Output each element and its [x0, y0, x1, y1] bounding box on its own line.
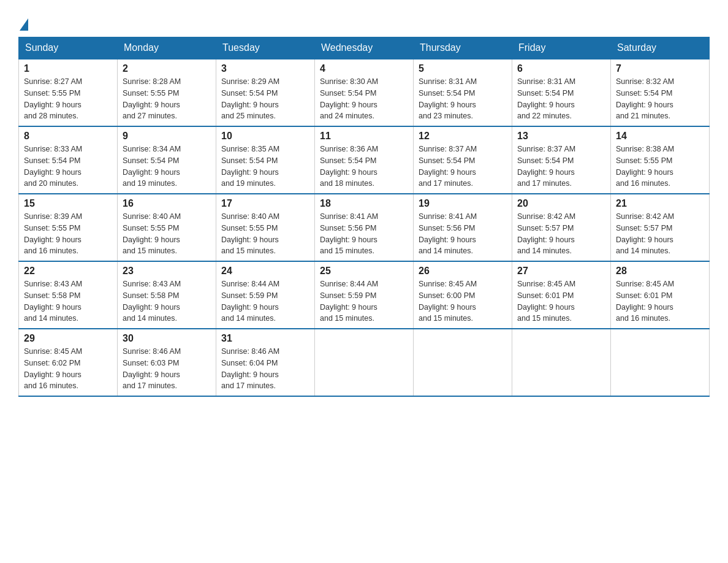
sunset-label: Sunset: 5:55 PM [123, 89, 179, 98]
day-number: 16 [123, 198, 211, 209]
sunset-label: Sunset: 5:54 PM [419, 156, 475, 165]
day-info: Sunrise: 8:46 AM Sunset: 6:04 PM Dayligh… [221, 346, 309, 392]
daylight-minutes: and 15 minutes. [419, 314, 473, 323]
calendar-cell: 11 Sunrise: 8:36 AM Sunset: 5:54 PM Dayl… [315, 126, 414, 194]
day-number: 27 [517, 266, 605, 277]
sunset-label: Sunset: 5:54 PM [221, 156, 278, 165]
sunrise-label: Sunrise: 8:46 AM [221, 347, 279, 356]
sunset-label: Sunset: 5:58 PM [24, 291, 80, 300]
weekday-header-saturday: Saturday [611, 37, 710, 59]
sunrise-label: Sunrise: 8:38 AM [616, 145, 674, 153]
sunrise-label: Sunrise: 8:46 AM [123, 347, 181, 356]
sunrise-label: Sunrise: 8:32 AM [616, 77, 674, 86]
day-info: Sunrise: 8:36 AM Sunset: 5:54 PM Dayligh… [320, 144, 408, 190]
sunrise-label: Sunrise: 8:42 AM [517, 212, 575, 221]
calendar-cell: 4 Sunrise: 8:30 AM Sunset: 5:54 PM Dayli… [315, 59, 414, 126]
sunset-label: Sunset: 5:59 PM [221, 291, 278, 300]
day-info: Sunrise: 8:29 AM Sunset: 5:54 PM Dayligh… [221, 76, 309, 122]
sunset-label: Sunset: 6:04 PM [221, 359, 278, 367]
calendar-cell: 14 Sunrise: 8:38 AM Sunset: 5:55 PM Dayl… [611, 126, 710, 194]
sunset-label: Sunset: 5:54 PM [419, 89, 475, 98]
day-info: Sunrise: 8:31 AM Sunset: 5:54 PM Dayligh… [517, 76, 605, 122]
daylight-label: Daylight: 9 hours [221, 168, 279, 177]
day-info: Sunrise: 8:42 AM Sunset: 5:57 PM Dayligh… [517, 211, 605, 257]
day-number: 11 [320, 131, 408, 142]
calendar-week-row-2: 8 Sunrise: 8:33 AM Sunset: 5:54 PM Dayli… [19, 126, 710, 194]
calendar-cell: 21 Sunrise: 8:42 AM Sunset: 5:57 PM Dayl… [611, 194, 710, 261]
daylight-label: Daylight: 9 hours [123, 370, 180, 379]
daylight-label: Daylight: 9 hours [24, 168, 82, 177]
daylight-label: Daylight: 9 hours [24, 370, 82, 379]
daylight-minutes: and 15 minutes. [221, 247, 276, 255]
sunrise-label: Sunrise: 8:36 AM [320, 145, 378, 153]
sunset-label: Sunset: 5:59 PM [320, 291, 376, 300]
day-info: Sunrise: 8:44 AM Sunset: 5:59 PM Dayligh… [320, 278, 408, 324]
day-number: 1 [24, 63, 112, 74]
daylight-minutes: and 15 minutes. [320, 314, 374, 323]
daylight-label: Daylight: 9 hours [517, 236, 575, 244]
daylight-minutes: and 16 minutes. [24, 247, 78, 255]
sunset-label: Sunset: 5:54 PM [221, 89, 278, 98]
sunrise-label: Sunrise: 8:44 AM [221, 280, 279, 288]
daylight-minutes: and 14 minutes. [221, 314, 276, 323]
day-number: 9 [123, 131, 211, 142]
weekday-header-wednesday: Wednesday [315, 37, 414, 59]
sunrise-label: Sunrise: 8:44 AM [320, 280, 378, 288]
weekday-header-sunday: Sunday [19, 37, 118, 59]
day-info: Sunrise: 8:46 AM Sunset: 6:03 PM Dayligh… [123, 346, 211, 392]
daylight-minutes: and 14 minutes. [517, 247, 572, 255]
sunrise-label: Sunrise: 8:45 AM [517, 280, 575, 288]
daylight-label: Daylight: 9 hours [24, 236, 82, 244]
sunrise-label: Sunrise: 8:28 AM [123, 77, 181, 86]
calendar-cell: 9 Sunrise: 8:34 AM Sunset: 5:54 PM Dayli… [118, 126, 216, 194]
day-info: Sunrise: 8:38 AM Sunset: 5:55 PM Dayligh… [616, 144, 704, 190]
day-number: 3 [221, 63, 309, 74]
sunset-label: Sunset: 5:54 PM [517, 89, 574, 98]
day-number: 4 [320, 63, 408, 74]
daylight-label: Daylight: 9 hours [616, 303, 673, 312]
calendar-cell [512, 329, 611, 396]
sunrise-label: Sunrise: 8:34 AM [123, 145, 181, 153]
calendar-cell: 15 Sunrise: 8:39 AM Sunset: 5:55 PM Dayl… [19, 194, 118, 261]
sunrise-label: Sunrise: 8:41 AM [419, 212, 477, 221]
sunset-label: Sunset: 5:57 PM [616, 224, 672, 232]
daylight-minutes: and 14 minutes. [616, 247, 670, 255]
day-info: Sunrise: 8:43 AM Sunset: 5:58 PM Dayligh… [24, 278, 112, 324]
day-number: 6 [517, 63, 605, 74]
daylight-minutes: and 16 minutes. [616, 179, 670, 188]
calendar-cell: 25 Sunrise: 8:44 AM Sunset: 5:59 PM Dayl… [315, 261, 414, 329]
daylight-label: Daylight: 9 hours [616, 101, 673, 109]
daylight-label: Daylight: 9 hours [123, 303, 180, 312]
calendar-cell: 6 Sunrise: 8:31 AM Sunset: 5:54 PM Dayli… [512, 59, 611, 126]
sunrise-label: Sunrise: 8:39 AM [24, 212, 82, 221]
daylight-label: Daylight: 9 hours [419, 168, 476, 177]
day-number: 10 [221, 131, 309, 142]
day-number: 22 [24, 266, 112, 277]
daylight-minutes: and 28 minutes. [24, 112, 78, 120]
calendar-cell: 27 Sunrise: 8:45 AM Sunset: 6:01 PM Dayl… [512, 261, 611, 329]
sunset-label: Sunset: 5:56 PM [419, 224, 475, 232]
day-info: Sunrise: 8:28 AM Sunset: 5:55 PM Dayligh… [123, 76, 211, 122]
day-number: 8 [24, 131, 112, 142]
sunset-label: Sunset: 6:02 PM [24, 359, 80, 367]
logo-triangle-icon [20, 18, 28, 31]
sunrise-label: Sunrise: 8:43 AM [24, 280, 82, 288]
weekday-header-tuesday: Tuesday [216, 37, 315, 59]
sunset-label: Sunset: 5:54 PM [616, 89, 672, 98]
calendar-cell: 13 Sunrise: 8:37 AM Sunset: 5:54 PM Dayl… [512, 126, 611, 194]
calendar-body: 1 Sunrise: 8:27 AM Sunset: 5:55 PM Dayli… [19, 59, 710, 396]
daylight-label: Daylight: 9 hours [123, 101, 180, 109]
sunrise-label: Sunrise: 8:31 AM [419, 77, 477, 86]
day-number: 23 [123, 266, 211, 277]
calendar-cell: 8 Sunrise: 8:33 AM Sunset: 5:54 PM Dayli… [19, 126, 118, 194]
daylight-minutes: and 18 minutes. [320, 179, 374, 188]
daylight-label: Daylight: 9 hours [221, 101, 279, 109]
calendar-cell: 10 Sunrise: 8:35 AM Sunset: 5:54 PM Dayl… [216, 126, 315, 194]
calendar-cell: 16 Sunrise: 8:40 AM Sunset: 5:55 PM Dayl… [118, 194, 216, 261]
sunrise-label: Sunrise: 8:35 AM [221, 145, 279, 153]
day-info: Sunrise: 8:40 AM Sunset: 5:55 PM Dayligh… [221, 211, 309, 257]
sunrise-label: Sunrise: 8:40 AM [221, 212, 279, 221]
sunrise-label: Sunrise: 8:45 AM [616, 280, 674, 288]
day-info: Sunrise: 8:35 AM Sunset: 5:54 PM Dayligh… [221, 144, 309, 190]
daylight-minutes: and 14 minutes. [419, 247, 473, 255]
